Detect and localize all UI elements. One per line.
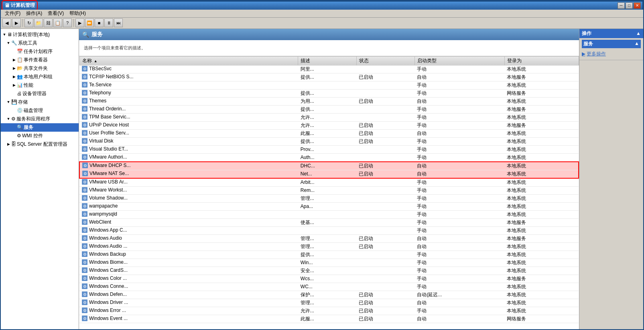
chevron-up-icon: ▲: [634, 41, 639, 47]
service-icon: [82, 106, 87, 112]
table-row[interactable]: Windows Event ...此服...已启动自动网络服务: [79, 315, 579, 323]
table-row[interactable]: Visual Studio ET...Prov...手动本地系统: [79, 145, 579, 153]
table-row[interactable]: Windows App C...手动本地系统: [79, 226, 579, 234]
window: 🖥 计算机管理 ─ □ ✕ 文件(F) 操作(A) 查看(V) 帮助(H) ◀ …: [0, 0, 644, 330]
table-row[interactable]: VMware USB Ar...Arbit...手动本地系统: [79, 178, 579, 187]
service-name-cell: WebClient: [82, 219, 111, 225]
browse-button[interactable]: 📁: [34, 18, 43, 27]
table-row[interactable]: Te.Service手动本地系统: [79, 81, 579, 89]
tree-storage[interactable]: ▼ 💾 存储: [1, 98, 79, 106]
tree-sql-server[interactable]: ▶ 🗄 SQL Server 配置管理器: [1, 140, 79, 149]
menu-action[interactable]: 操作(A): [24, 9, 45, 18]
expand-icon-leaf: [12, 49, 16, 53]
table-row[interactable]: WebClient使基...手动本地服务: [79, 218, 579, 226]
table-row[interactable]: Volume Shadow...管理...手动本地系统: [79, 194, 579, 202]
service-name-cell: TBSecSvc: [82, 66, 112, 71]
properties-button[interactable]: 📋: [53, 18, 62, 27]
table-row[interactable]: Windows Conne...WC...手动本地系统: [79, 283, 579, 291]
table-row[interactable]: Telephony提供...手动网络服务: [79, 89, 579, 97]
service-icon: [82, 130, 87, 136]
table-row[interactable]: User Profile Serv...此服...已启动自动本地系统: [79, 129, 579, 137]
play-button[interactable]: ▶: [75, 18, 84, 27]
services-section-header: 服务 ▲: [582, 40, 641, 48]
service-name-cell: Te.Service: [82, 82, 112, 88]
system-tools-icon: 🔧: [11, 40, 17, 46]
table-row[interactable]: Virtual Disk提供...已启动手动本地系统: [79, 137, 579, 145]
stop-button[interactable]: ■: [95, 18, 104, 27]
tree-task-scheduler[interactable]: 📅 任务计划程序: [1, 47, 79, 56]
computer-tree-icon: 🖥: [7, 32, 12, 37]
col-login[interactable]: 登录为: [504, 56, 579, 65]
table-row[interactable]: VMware DHCP S...DHC...已启动自动本地系统: [79, 162, 579, 170]
minimize-button[interactable]: ─: [618, 2, 625, 9]
service-name-cell: VMware USB Ar...: [82, 179, 128, 185]
restart-button[interactable]: ⏭: [114, 18, 123, 27]
service-icon: [82, 154, 87, 160]
table-row[interactable]: TBSecSvc阿里...手动本地系统: [79, 65, 579, 73]
table-row[interactable]: Windows Color ...Wcs...手动本地服务: [79, 275, 579, 283]
tree-disk-mgmt[interactable]: 💿 磁盘管理: [1, 106, 79, 115]
help-button[interactable]: ?: [63, 18, 72, 27]
tree-shared-folders[interactable]: ▶ 📂 共享文件夹: [1, 64, 79, 73]
close-button[interactable]: ✕: [634, 2, 641, 9]
table-row[interactable]: Windows Error ...允许...已启动手动本地系统: [79, 307, 579, 315]
pause-button[interactable]: ⏸: [104, 18, 113, 27]
tree-services-apps[interactable]: ▼ ⚙ 服务和应用程序: [1, 115, 79, 123]
service-name-cell: Windows Defen...: [82, 291, 127, 297]
tree-system-tools[interactable]: ▼ 🔧 系统工具: [1, 39, 79, 47]
menu-view[interactable]: 查看(V): [45, 9, 66, 18]
tree-services[interactable]: 🔍 服务: [1, 123, 79, 132]
table-row[interactable]: Windows Audio ...管理...已启动自动本地系统: [79, 242, 579, 251]
computer-icon: 🖥: [4, 2, 10, 8]
expand-icon: ▶: [12, 66, 16, 70]
forward-button[interactable]: ▶: [12, 18, 21, 27]
table-row[interactable]: wampapacheApa...手动本地系统: [79, 202, 579, 210]
col-status[interactable]: 状态: [356, 56, 414, 65]
table-row[interactable]: VMware NAT Se...Net...已启动自动本地系统: [79, 170, 579, 178]
table-row[interactable]: Windows Biome...Win...手动本地系统: [79, 259, 579, 267]
service-icon: [82, 179, 87, 185]
table-row[interactable]: Windows CardS...安全...手动本地系统: [79, 267, 579, 275]
col-description[interactable]: 描述: [298, 56, 356, 65]
table-row[interactable]: wampmysqld手动本地系统: [79, 210, 579, 218]
back-button[interactable]: ◀: [2, 18, 11, 27]
table-row[interactable]: VMware Authori...Auth...手动本地系统: [79, 153, 579, 162]
connect-button[interactable]: ⛓: [44, 18, 53, 27]
table-row[interactable]: Themes为用...已启动自动本地系统: [79, 97, 579, 105]
service-name-cell: TPM Base Servic...: [82, 114, 130, 120]
service-icon: [82, 195, 87, 201]
table-row[interactable]: Windows Driver ...管理...已启动自动本地系统: [79, 299, 579, 307]
table-row[interactable]: Windows Audio管理...已启动自动本地服务: [79, 234, 579, 242]
service-name-cell: Telephony: [82, 90, 111, 96]
table-container[interactable]: 名称 ▲ 描述 状态 启动类型 登录为 TBSecSvc阿里...手动本地系统T…: [79, 56, 579, 329]
tree-wmi[interactable]: ⚙ WMI 控件: [1, 132, 79, 140]
expand-icon-leaf: [12, 92, 16, 96]
table-row[interactable]: TPM Base Servic...允许...手动本地系统: [79, 113, 579, 121]
maximize-button[interactable]: □: [626, 2, 633, 9]
col-startup[interactable]: 启动类型: [414, 56, 504, 65]
tree-root[interactable]: ▼ 🖥 计算机管理(本地): [1, 31, 79, 39]
col-name[interactable]: 名称 ▲: [79, 56, 298, 65]
menu-help[interactable]: 帮助(H): [67, 9, 88, 18]
expand-icon-leaf: [12, 125, 16, 129]
table-row[interactable]: VMware Workst...Rem...手动本地系统: [79, 186, 579, 194]
more-actions-link[interactable]: ▶ 更多操作: [582, 50, 641, 58]
table-row[interactable]: Windows Defen...保护...已启动自动(延迟...本地系统: [79, 291, 579, 299]
table-row[interactable]: UPnP Device Host允许...已启动手动本地服务: [79, 121, 579, 129]
service-name-cell: Windows Color ...: [82, 275, 127, 281]
table-row[interactable]: Thread Orderin...提供...手动本地服务: [79, 105, 579, 113]
tree-performance[interactable]: ▶ 📊 性能: [1, 81, 79, 90]
table-row[interactable]: TCP/IP NetBIOS S...提供...已启动自动本地服务: [79, 73, 579, 81]
next-button[interactable]: ⏩: [85, 18, 94, 27]
title-bar: 🖥 计算机管理 ─ □ ✕: [1, 1, 643, 10]
refresh-button[interactable]: ↻: [24, 18, 33, 27]
tree-event-viewer[interactable]: ▶ 📋 事件查看器: [1, 56, 79, 64]
expand-icon: ▼: [6, 100, 10, 104]
expand-icon: ▼: [2, 33, 6, 37]
tree-device-manager[interactable]: 🖨 设备管理器: [1, 90, 79, 98]
right-panel-chevron: ▲: [636, 31, 641, 36]
tree-local-users[interactable]: ▶ 👥 本地用户和组: [1, 73, 79, 81]
table-row[interactable]: Windows Backup提供...手动本地系统: [79, 251, 579, 259]
menu-file[interactable]: 文件(F): [2, 9, 23, 18]
toolbar-separator-1: [22, 19, 23, 27]
